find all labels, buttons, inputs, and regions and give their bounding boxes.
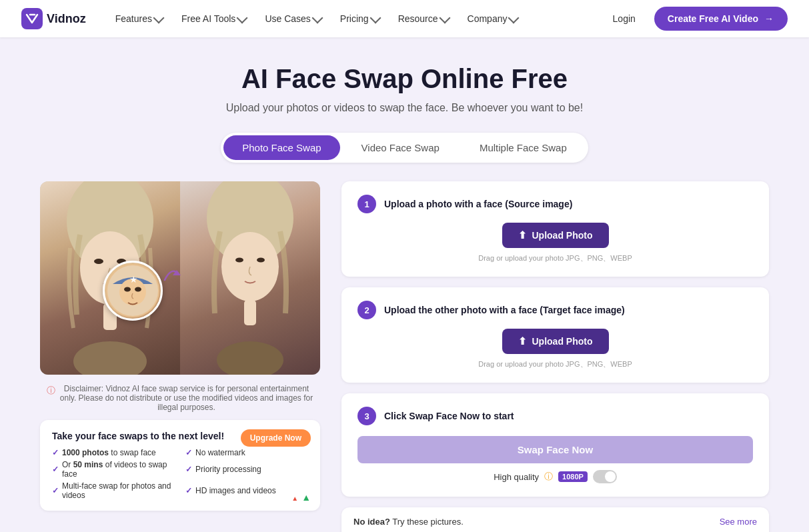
upload-icon: ⬆ (518, 229, 527, 241)
curved-arrow-icon (158, 263, 185, 290)
step-1-header: 1 Upload a photo with a face (Source ima… (357, 195, 753, 213)
step-1-label: Upload a photo with a face (Source image… (384, 199, 572, 209)
step-2-number: 2 (357, 301, 376, 319)
tabs-container: Photo Face Swap Video Face Swap Multiple… (221, 133, 588, 163)
navbar: Vidnoz Features Free AI Tools Use Cases … (0, 0, 809, 37)
step-2-header: 2 Upload the other photo with a face (Ta… (357, 301, 753, 319)
samples-section: No idea? Try these pictures. See more (341, 507, 769, 532)
nav-right: Login Create Free AI Video (605, 7, 788, 31)
quality-info-icon: ⓘ (544, 471, 553, 483)
swap-face-preview: ★ (106, 264, 159, 317)
upgrade-card: Take your face swaps to the next level! … (40, 420, 320, 511)
hero-subtitle: Upload your photos or videos to swap the… (40, 102, 769, 114)
svg-rect-0 (21, 8, 43, 29)
feature-item: ✓ Priority processing (185, 460, 308, 479)
step-2-card: 2 Upload the other photo with a face (Ta… (341, 287, 769, 383)
quality-badge: 1080P (558, 471, 588, 482)
upgrade-button[interactable]: Upgrade Now (241, 429, 311, 447)
chevron-down-icon (237, 12, 248, 23)
arrow-right-icon (764, 13, 774, 24)
swap-face-button[interactable]: Swap Face Now (357, 436, 753, 463)
content-area: ★ ⓘ Disclaimer: Vidnoz AI face swap serv… (40, 181, 769, 532)
step-2-label: Upload the other photo with a face (Targ… (384, 305, 625, 315)
tab-photo-face-swap[interactable]: Photo Face Swap (223, 135, 339, 160)
info-icon: ⓘ (47, 385, 55, 397)
chevron-down-icon (153, 12, 164, 23)
quality-label: High quality (494, 472, 539, 482)
svg-point-16 (124, 287, 131, 291)
step-1-card: 1 Upload a photo with a face (Source ima… (341, 181, 769, 277)
target-photo (180, 181, 320, 375)
svg-rect-11 (244, 300, 256, 325)
check-icon: ✓ (52, 465, 59, 474)
feature-item: ✓ 1000 photos to swap face (52, 448, 175, 457)
nav-item-resource[interactable]: Resource (390, 8, 457, 29)
svg-point-10 (257, 258, 265, 263)
feature-item: ✓ No watermark (185, 448, 308, 457)
see-more-link[interactable]: See more (720, 517, 757, 527)
nav-item-features[interactable]: Features (107, 8, 171, 29)
page-title: AI Face Swap Online Free (40, 64, 769, 94)
target-photo-svg (180, 181, 320, 375)
nav-item-pricing[interactable]: Pricing (332, 8, 387, 29)
nav-item-company[interactable]: Company (460, 8, 526, 29)
svg-point-6 (73, 341, 147, 375)
chevron-down-icon (508, 12, 520, 23)
step-3-number: 3 (357, 407, 376, 425)
swap-arrow (158, 263, 185, 293)
chevron-down-icon (311, 12, 323, 23)
left-panel: ★ ⓘ Disclaimer: Vidnoz AI face swap serv… (40, 181, 320, 511)
chevron-down-icon (369, 12, 381, 23)
step-3-label: Click Swap Face Now to start (384, 411, 514, 421)
main-content: AI Face Swap Online Free Upload your pho… (0, 37, 809, 532)
chevron-down-icon (439, 12, 450, 23)
svg-text:★: ★ (129, 274, 138, 285)
no-idea-text: No idea? Try these pictures. (353, 517, 464, 527)
brand-name: Vidnoz (47, 12, 86, 26)
face-swap-overlay: ★ (103, 261, 163, 321)
check-icon: ✓ (185, 486, 192, 495)
svg-point-12 (217, 341, 283, 375)
nav-links: Features Free AI Tools Use Cases Pricing… (107, 8, 605, 29)
step-3-header: 3 Click Swap Face Now to start (357, 407, 753, 425)
tab-bar: Photo Face Swap Video Face Swap Multiple… (40, 133, 769, 163)
feature-item: ✓ HD images and videos (185, 481, 308, 500)
logo[interactable]: Vidnoz (21, 8, 86, 29)
samples-header: No idea? Try these pictures. See more (353, 517, 757, 527)
upload-source-hint: Drag or upload your photo JPG、PNG、WEBP (357, 253, 753, 263)
svg-point-17 (135, 287, 141, 291)
upload-source-button[interactable]: ⬆ Upload Photo (502, 223, 609, 248)
demo-image: ★ (40, 181, 320, 375)
upgrade-features: ✓ 1000 photos to swap face ✓ No watermar… (52, 448, 308, 500)
tab-multiple-face-swap[interactable]: Multiple Face Swap (461, 135, 586, 160)
check-icon: ✓ (52, 448, 59, 457)
step-3-card: 3 Click Swap Face Now to start Swap Face… (341, 393, 769, 497)
tab-video-face-swap[interactable]: Video Face Swap (343, 135, 458, 160)
login-button[interactable]: Login (605, 8, 644, 29)
svg-point-9 (235, 258, 243, 263)
upload-target-button[interactable]: ⬆ Upload Photo (502, 329, 609, 354)
check-icon: ✓ (52, 486, 59, 495)
hero-section: AI Face Swap Online Free Upload your pho… (40, 64, 769, 114)
create-video-button[interactable]: Create Free AI Video (654, 7, 788, 31)
right-panel: 1 Upload a photo with a face (Source ima… (341, 181, 769, 532)
check-icon: ✓ (185, 448, 192, 457)
upload-icon: ⬆ (518, 335, 527, 347)
quality-row: High quality ⓘ 1080P (357, 470, 753, 483)
disclaimer-text: ⓘ Disclaimer: Vidnoz AI face swap servic… (40, 384, 320, 412)
logo-icon (21, 8, 43, 29)
svg-point-3 (94, 259, 103, 264)
svg-point-8 (221, 232, 279, 301)
upgrade-decoration: ▲ ▲ (291, 490, 311, 504)
step-1-number: 1 (357, 195, 376, 213)
check-icon: ✓ (185, 465, 192, 474)
upload-target-hint: Drag or upload your photo JPG、PNG、WEBP (357, 359, 753, 369)
nav-item-free-ai-tools[interactable]: Free AI Tools (173, 8, 254, 29)
nav-item-use-cases[interactable]: Use Cases (257, 8, 329, 29)
quality-toggle[interactable] (593, 470, 617, 483)
feature-item: ✓ Or 50 mins of videos to swap face (52, 460, 175, 479)
feature-item: ✓ Multi-face swap for photos and videos (52, 481, 175, 500)
